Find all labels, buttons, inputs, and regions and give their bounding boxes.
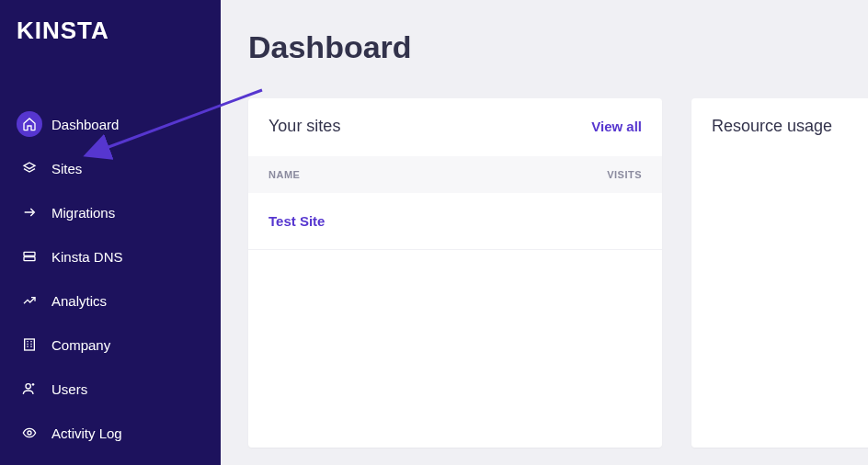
sidebar-item-activity-log[interactable]: Activity Log <box>0 411 221 455</box>
dns-icon <box>17 244 42 269</box>
sidebar-item-dashboard[interactable]: Dashboard <box>0 102 221 146</box>
sidebar-item-dns[interactable]: Kinsta DNS <box>0 234 221 278</box>
home-icon <box>17 111 42 137</box>
sidebar-item-label: Migrations <box>51 205 115 221</box>
view-all-link[interactable]: View all <box>591 119 642 134</box>
layers-icon <box>17 155 42 181</box>
sidebar-item-label: Sites <box>51 161 82 176</box>
sidebar-item-knowledge-base[interactable]: Knowledge Base <box>0 455 221 465</box>
main-content: Dashboard Your sites View all NAME VISIT… <box>221 0 868 465</box>
sidebar-item-label: Dashboard <box>51 117 119 132</box>
users-icon <box>17 376 42 402</box>
svg-rect-3 <box>25 339 35 350</box>
svg-point-4 <box>26 384 30 389</box>
resource-usage-title: Resource usage <box>712 117 832 136</box>
sidebar-item-sites[interactable]: Sites <box>0 146 221 190</box>
sidebar-item-label: Company <box>51 337 110 353</box>
col-visits: VISITS <box>607 169 642 180</box>
sidebar-item-label: Users <box>51 381 87 397</box>
site-link[interactable]: Test Site <box>268 213 325 229</box>
chart-icon <box>17 288 42 313</box>
sidebar-item-analytics[interactable]: Analytics <box>0 278 221 323</box>
sidebar-item-label: Activity Log <box>51 425 122 441</box>
svg-point-5 <box>28 431 31 435</box>
sidebar: KINSTA Dashboard Sites Migrations Kinsta… <box>0 0 221 465</box>
sidebar-item-users[interactable]: Users <box>0 367 221 411</box>
sidebar-item-migrations[interactable]: Migrations <box>0 190 221 234</box>
col-name: NAME <box>268 169 300 180</box>
your-sites-card: Your sites View all NAME VISITS Test Sit… <box>248 98 662 448</box>
resource-usage-card: Resource usage <box>691 98 868 448</box>
sidebar-item-company[interactable]: Company <box>0 323 221 367</box>
svg-marker-0 <box>24 163 35 169</box>
svg-rect-2 <box>24 257 35 261</box>
arrow-icon <box>17 199 42 225</box>
table-row[interactable]: Test Site <box>248 193 662 250</box>
sidebar-nav: Dashboard Sites Migrations Kinsta DNS An <box>0 102 221 465</box>
brand-logo: KINSTA <box>0 17 221 45</box>
dashboard-cards: Your sites View all NAME VISITS Test Sit… <box>248 98 868 448</box>
your-sites-title: Your sites <box>268 117 340 136</box>
svg-rect-1 <box>24 252 35 255</box>
page-title: Dashboard <box>248 29 868 65</box>
sidebar-item-label: Kinsta DNS <box>51 249 123 265</box>
sidebar-item-label: Analytics <box>51 293 107 309</box>
building-icon <box>17 332 42 357</box>
sites-table-header: NAME VISITS <box>248 156 662 193</box>
eye-icon <box>17 420 42 446</box>
